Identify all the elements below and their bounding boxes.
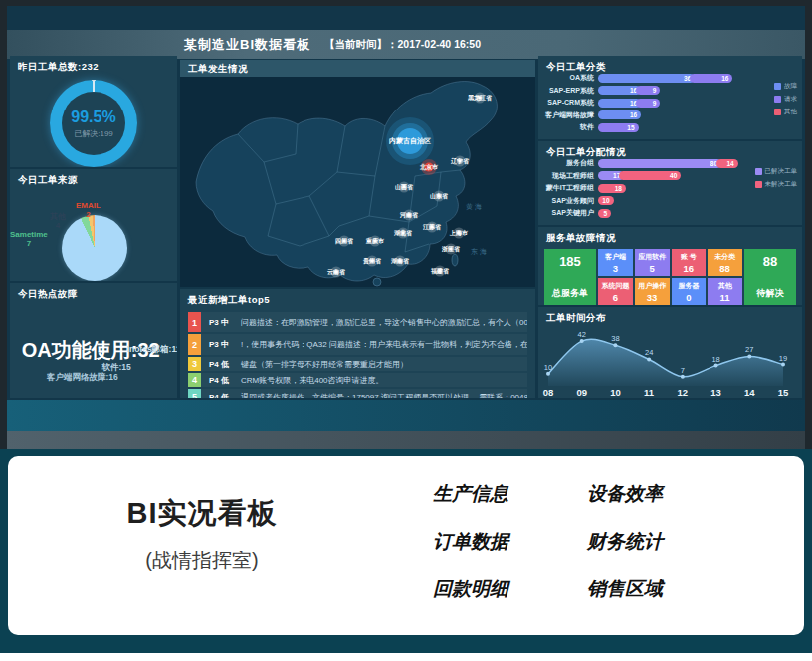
- bar-row-label: 服务台组: [544, 158, 598, 168]
- bi-dashboard: 某制造业BI数据看板 【当前时间】：2017-02-40 16:50 昨日工单总…: [7, 6, 805, 449]
- bar-segment: 14: [716, 159, 738, 168]
- pie-slice-name: Sametime: [10, 230, 48, 239]
- legend-swatch: [774, 96, 781, 103]
- menu-item[interactable]: 生产信息: [433, 481, 587, 507]
- bar-row: SAP业务顾问10: [544, 196, 740, 206]
- panel-yesterday-total-title: 昨日工单总数:232: [10, 56, 177, 76]
- menu-item[interactable]: 财务统计: [587, 529, 741, 554]
- ticket-description: !，使用事务代码：QA32 问题描述：用户来电表示有一批物料，判定为不合格，在S…: [237, 339, 527, 350]
- panel-time-distribution: 工单时间分布 1008420938102411712181327141915: [538, 307, 802, 398]
- sea-label: 黄海: [466, 203, 484, 211]
- svg-text:7: 7: [681, 366, 685, 375]
- svg-text:重庆市: 重庆市: [365, 237, 384, 244]
- svg-text:10: 10: [610, 387, 621, 398]
- brand-subtitle: (战情指挥室): [78, 548, 326, 574]
- dashboard-titlebar: 某制造业BI数据看板 【当前时间】：2017-02-40 16:50: [7, 30, 805, 59]
- fault-card-grid: 185总服务单客户端3应用软件5账 号16未分类88系统问题6用户操作33服务器…: [538, 247, 802, 305]
- panel-hotspot-faults: 今日热点故障 OA功能使用:32Inotes邮箱:11软件:15客户端网络故障:…: [10, 283, 177, 398]
- svg-text:18: 18: [711, 355, 719, 364]
- time-area-chart: 1008420938102411712181327141915: [538, 327, 794, 398]
- panel-yesterday-total: 昨日工单总数:232 99.5% 已解决:199: [10, 56, 177, 167]
- panel-hotspot-title: 今日热点故障: [10, 283, 177, 303]
- resolved-count: 已解决:199: [74, 128, 113, 139]
- menu-item[interactable]: 回款明细: [433, 576, 587, 602]
- dashboard-current-time: 【当前时间】：2017-02-40 16:50: [324, 38, 481, 52]
- fault-cell-value: 0: [686, 292, 691, 303]
- svg-text:24: 24: [645, 348, 653, 357]
- fault-summary-label: 总服务单: [552, 287, 588, 300]
- pie-slice-label: Sametime7: [10, 230, 48, 248]
- fault-cell-label: 用户操作: [638, 281, 666, 291]
- map-taiwan: [452, 254, 458, 266]
- bar-segment: 9: [636, 86, 660, 95]
- map-hainan: [373, 278, 381, 286]
- bar-row: 现场工程师组1740: [544, 171, 740, 181]
- fault-cell-value: 33: [647, 292, 658, 303]
- fault-total-card: 185总服务单: [544, 249, 596, 305]
- bar-segment: 10: [598, 196, 614, 205]
- fault-cell-label: 其他: [718, 281, 732, 291]
- classify-bar-chart: OA系统3616SAP-ERP系统169SAP-CRM系统169客户端网络故障1…: [544, 73, 740, 135]
- pie: [62, 215, 127, 281]
- bar-row: 客户端网络故障16: [544, 110, 740, 120]
- rank-badge: 2: [188, 334, 201, 355]
- svg-text:贵州省: 贵州省: [362, 257, 382, 265]
- fault-cell-label: 系统问题: [601, 281, 629, 291]
- priority-label: P4 低: [201, 392, 237, 399]
- menu-item[interactable]: 销售区域: [587, 576, 741, 602]
- bar-track: 8014: [598, 159, 740, 168]
- top5-list-item[interactable]: 5P4 低退回或者作废操作。文件编号：175097 询问工程师是否可以处理。 需…: [188, 389, 527, 398]
- svg-text:福建省: 福建省: [430, 267, 450, 275]
- bar-row: 蒙牛IT工程师组18: [544, 183, 740, 193]
- bar-row: 软件15: [544, 122, 740, 132]
- top5-list-item[interactable]: 4P4 低CRM账号权限，来电400咨询申请进度。: [188, 373, 527, 387]
- bar-segment: 16: [690, 74, 732, 83]
- top5-list-item[interactable]: 3P4 低键盘（第一排字母不好用经常需要重启才能用）: [188, 357, 527, 371]
- assign-legend: 已解决工单未解决工单: [755, 167, 798, 189]
- top5-list-item[interactable]: 2P3 中!，使用事务代码：QA32 问题描述：用户来电表示有一批物料，判定为不…: [188, 334, 527, 355]
- fault-cell-label: 服务器: [678, 281, 699, 291]
- fault-cell: 服务器0: [672, 278, 707, 305]
- legend-swatch: [774, 109, 781, 115]
- pie-slice-value: 7: [10, 239, 48, 248]
- menu-item[interactable]: 设备效率: [587, 481, 741, 507]
- bar-track: 18: [598, 184, 740, 193]
- legend-item: 请求: [774, 95, 797, 104]
- bar-row-label: SAP业务顾问: [544, 196, 598, 206]
- rank-badge: 3: [188, 357, 201, 371]
- panel-time-title: 工单时间分布: [538, 307, 802, 327]
- brand-title: BI实况看板: [78, 494, 326, 534]
- svg-text:08: 08: [543, 387, 554, 398]
- top5-list-item[interactable]: 1P3 中问题描述：在即激励管理，激励汇总里，导这个销售中心的激励汇总，有个人（…: [188, 312, 527, 332]
- svg-text:北京市: 北京市: [419, 163, 438, 171]
- fault-cell-label: 未分类: [714, 252, 735, 262]
- svg-text:云南省: 云南省: [327, 268, 346, 276]
- bar-track: 1740: [598, 171, 740, 180]
- bar-track: 3616: [598, 74, 740, 83]
- dashboard-bottom-strip-teal: [7, 400, 805, 431]
- bar-row: SAP-CRM系统169: [544, 98, 740, 108]
- svg-text:辽宁省: 辽宁省: [450, 157, 470, 165]
- legend-swatch: [755, 168, 762, 175]
- bar-segment: 9: [636, 99, 660, 108]
- priority-label: P3 中: [201, 339, 237, 350]
- rank-badge: 1: [188, 312, 201, 332]
- fault-cell: 系统问题6: [598, 278, 633, 305]
- bar-row: SAP关键用户5: [544, 208, 740, 218]
- bar-segment: 5: [598, 209, 611, 218]
- svg-text:19: 19: [779, 354, 787, 363]
- legend-swatch: [774, 83, 781, 90]
- fault-summary-value: 88: [763, 254, 777, 269]
- classify-legend: 故障请求其他: [774, 82, 797, 116]
- panel-ticket-source-title: 今日工单来源: [10, 169, 177, 189]
- pie-slice-label: EMAIL2: [76, 201, 101, 219]
- dashboard-bottom-strip-gray: [7, 431, 805, 449]
- fault-cell: 应用软件5: [635, 249, 670, 276]
- svg-text:黑龙江省: 黑龙江省: [468, 94, 493, 102]
- menu-item[interactable]: 订单数据: [433, 529, 587, 554]
- china-map-canvas[interactable]: 黄海东海 黑龙江省内蒙古自治区北京市辽宁省山西省山东省河南省江苏省湖北省上海市四…: [180, 77, 535, 287]
- panel-ticket-source: 今日工单来源 电话172Sametime7其他4EMAIL2: [10, 169, 177, 281]
- resolved-percent: 99.5%: [71, 109, 115, 126]
- pie-slice-name: 其他: [50, 212, 66, 221]
- bar-row-label: 蒙牛IT工程师组: [544, 183, 598, 193]
